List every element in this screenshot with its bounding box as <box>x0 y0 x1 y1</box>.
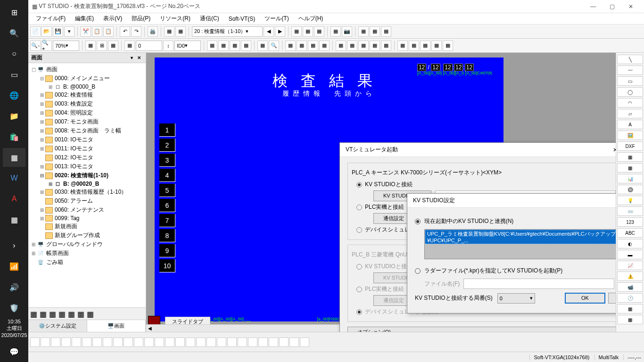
tree-item[interactable]: ⊞0010: IOモニタ <box>28 135 146 144</box>
station-combo[interactable]: 0▾ <box>497 293 535 304</box>
radio-kvstudio[interactable]: KV STUDIOと接続 <box>356 181 616 189</box>
zoom-out-icon[interactable]: 🔍- <box>30 41 41 51</box>
bt-u-icon[interactable] <box>248 337 257 347</box>
ruler-icon[interactable]: ▦ <box>108 41 118 51</box>
radio-link-running[interactable]: 現在起動中のKV STUDIOと連携(N) <box>415 217 616 225</box>
t2-k-icon[interactable]: ▦ <box>336 41 346 51</box>
running-instances-list[interactable]: UPC_P_ラミ検査装置制御盤KV8[C:¥Users¥gtech¥Docume… <box>424 229 616 259</box>
menu-comm[interactable]: 通信(C) <box>195 15 224 23</box>
menu-softvt[interactable]: Soft-VT(S) <box>224 16 260 22</box>
tree-report[interactable]: ⊞📄帳票画面 <box>28 249 146 258</box>
expand-icon[interactable]: › <box>3 236 25 255</box>
tool-bar-icon[interactable]: ▬ <box>617 250 643 259</box>
tool-misc1-icon[interactable]: ▦ <box>617 304 643 313</box>
tool-line-icon[interactable]: ╲ <box>617 55 643 64</box>
paste-icon[interactable]: 📋 <box>103 26 114 37</box>
new-icon[interactable]: 📄 <box>30 26 41 37</box>
bt-i-icon[interactable] <box>124 337 133 347</box>
tool-a-icon[interactable]: ▦ <box>164 26 174 37</box>
save-dropdown-icon[interactable]: ▾ <box>64 26 74 37</box>
t2-h-icon[interactable]: ▦ <box>297 41 307 51</box>
snap-icon[interactable]: ⊞ <box>97 41 107 51</box>
bt-q-icon[interactable] <box>206 337 216 347</box>
tool-misc2-icon[interactable]: ▦ <box>617 315 643 324</box>
grid-icon[interactable]: ▦ <box>85 41 96 51</box>
acrobat-icon[interactable]: A <box>3 189 25 208</box>
file-path-input[interactable] <box>463 279 614 289</box>
tree-item[interactable]: ⊞0002: 検査情報 <box>28 90 146 99</box>
t2-r-icon[interactable]: ▦ <box>420 41 430 51</box>
cortana-icon[interactable]: ○ <box>3 44 25 63</box>
cancel-button[interactable]: キャンセル <box>608 293 616 304</box>
shield-icon[interactable]: 🛡️ <box>3 298 25 317</box>
id-select[interactable]: ID0 ▾ <box>174 41 201 51</box>
list-item-selected[interactable]: UPC_P_ラミ検査装置制御盤KV8[C:¥Users¥gtech¥Docume… <box>425 230 616 244</box>
tab-system-settings[interactable]: ⚙️ システム設定 <box>28 320 87 332</box>
tree-item[interactable]: ⊞0030: 検査情報履歴（1-10） <box>28 188 146 197</box>
app2-icon[interactable]: ▦ <box>3 210 25 229</box>
bt-s-icon[interactable] <box>227 337 237 347</box>
search-icon[interactable]: 🔍 <box>3 24 25 42</box>
sb-tool-icon[interactable]: ▦ <box>40 310 48 318</box>
t2-c-icon[interactable]: ▦ <box>230 41 240 51</box>
tree-item[interactable]: ⊞☐B: @00020_B <box>28 180 146 188</box>
grid-b-icon[interactable]: ▦ <box>303 26 313 37</box>
tree-item[interactable]: ⊞0060: メンテナンス <box>28 206 146 214</box>
edge-icon[interactable]: 🌐 <box>3 86 25 105</box>
cut-icon[interactable]: ✂️ <box>81 26 91 37</box>
sim-a-icon[interactable]: ▦ <box>330 26 341 37</box>
bt-p-icon[interactable] <box>196 337 206 347</box>
tool-num-icon[interactable]: 123 <box>617 217 643 227</box>
tool-poly-icon[interactable]: ▱ <box>617 109 643 118</box>
undo-icon[interactable]: ↶ <box>120 26 130 37</box>
t2-q-icon[interactable]: ▦ <box>409 41 419 51</box>
bt-h-icon[interactable] <box>113 337 123 347</box>
t2-e-icon[interactable]: ▦ <box>257 41 268 51</box>
tree-item-selected[interactable]: ⊟0020: 検査情報(1-10) <box>28 171 146 180</box>
sb-tool-icon[interactable]: ▦ <box>30 310 39 318</box>
tool-image-icon[interactable]: 🖼️ <box>617 131 643 140</box>
tool-dxf-icon[interactable]: DXF <box>617 141 643 151</box>
menu-resource[interactable]: リソース(R) <box>155 15 195 23</box>
t2-g-icon[interactable]: ▦ <box>285 41 296 51</box>
tool-arc-icon[interactable]: ◠ <box>617 98 643 107</box>
bt-z-icon[interactable] <box>300 337 309 347</box>
bt-g-icon[interactable] <box>103 337 112 347</box>
t2-i-icon[interactable]: ▦ <box>308 41 318 51</box>
misc-a-icon[interactable]: ▦ <box>358 26 369 37</box>
tree-item[interactable]: ⊞0008: モニタ画面 ラミ幅 <box>28 126 146 135</box>
maximize-button[interactable]: ▢ <box>603 1 621 12</box>
app-icon[interactable]: ▦ <box>3 148 25 167</box>
tree-item[interactable]: ⊞0011: IOモニタ <box>28 144 146 153</box>
bt-y-icon[interactable] <box>289 337 299 347</box>
tree-item[interactable]: ⊞0013: IOモニタ <box>28 162 146 171</box>
misc-b-icon[interactable]: ▦ <box>370 26 380 37</box>
close-button[interactable]: ✕ <box>621 1 640 12</box>
t2-l-icon[interactable]: ▦ <box>347 41 357 51</box>
copy-icon[interactable]: 📋 <box>92 26 102 37</box>
tool-video-icon[interactable]: 📹 <box>617 282 643 292</box>
t2-j-icon[interactable]: ▦ <box>319 41 330 51</box>
tree-item[interactable]: 0050: アラーム <box>28 197 146 206</box>
tool-curve-icon[interactable]: 〰 <box>617 66 643 75</box>
bt-l-icon[interactable] <box>155 337 164 347</box>
tab-screen[interactable]: 🖥️ 画面 <box>87 320 146 332</box>
nav-prev-icon[interactable]: ◀ <box>264 26 274 37</box>
tool-b-icon[interactable]: ▦ <box>175 26 186 37</box>
bt-b-icon[interactable] <box>51 337 60 347</box>
bt-w-icon[interactable] <box>269 337 278 347</box>
tree-new-screen[interactable]: 新規画面 <box>28 222 146 231</box>
bt-e-icon[interactable] <box>82 337 91 347</box>
radio-specify-ladder[interactable]: ラダーファイル(*.kpr)を指定してKV STUDIOを起動(P) <box>415 267 616 275</box>
tree-item[interactable]: ⊞0003: 検査設定 <box>28 99 146 108</box>
options-button[interactable]: オプション(O) <box>347 327 616 332</box>
tool-meter-icon[interactable]: ◐ <box>617 239 643 248</box>
tool-key-icon[interactable]: ⌨️ <box>617 206 643 216</box>
tool-text-icon[interactable]: A <box>617 120 643 129</box>
grid-a-icon[interactable]: ▦ <box>291 26 302 37</box>
menu-file[interactable]: ファイル(F) <box>31 15 70 23</box>
tool-grid-icon[interactable]: ▦ <box>617 163 643 173</box>
tree-item[interactable]: ⊞0099: Tag <box>28 214 146 222</box>
bt-f-icon[interactable] <box>92 337 102 347</box>
wifi-icon[interactable]: 📶 <box>3 257 25 276</box>
